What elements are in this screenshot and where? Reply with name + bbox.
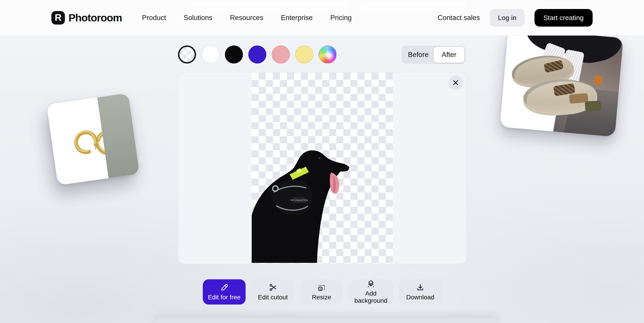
nav-item-product[interactable]: Product <box>142 14 166 22</box>
nav-item-resources[interactable]: Resources <box>230 14 263 22</box>
header-actions: Contact sales Log in Start creating <box>438 0 592 35</box>
download-button[interactable]: Download <box>399 279 442 305</box>
nav-item-enterprise[interactable]: Enterprise <box>281 14 313 22</box>
start-creating-button[interactable]: Start creating <box>534 9 592 26</box>
edit-for-free-button[interactable]: Edit for free <box>203 279 246 305</box>
edit-cutout-button[interactable]: Edit cutout <box>252 279 294 305</box>
nav-item-pricing[interactable]: Pricing <box>330 14 352 22</box>
sneaker-patch <box>585 101 602 111</box>
swatch-black[interactable] <box>225 45 243 63</box>
next-section-edge <box>156 318 498 323</box>
before-after-toggle: Before After <box>402 46 466 64</box>
add-background-button[interactable]: Add background <box>349 279 393 305</box>
sample-image-sneakers-card <box>500 28 623 137</box>
sample-image-earrings-card <box>47 93 140 185</box>
download-icon <box>416 283 424 292</box>
brand-wordmark: Photoroom <box>68 11 122 24</box>
swatch-transparent[interactable] <box>178 45 196 63</box>
transparency-checker-area: PET COLLECTION <box>252 73 393 264</box>
resize-button[interactable]: Resize <box>300 279 343 305</box>
close-icon <box>452 79 459 86</box>
toggle-after[interactable]: After <box>434 47 465 63</box>
top-navbar: R Photoroom Product Solutions Resources … <box>0 0 644 35</box>
swatch-purple[interactable] <box>248 45 266 63</box>
harness-label-text: PET COLLECTION <box>290 199 308 201</box>
canvas-action-bar: Edit for free Edit cutout Resize Add bac… <box>203 279 442 305</box>
toggle-before[interactable]: Before <box>403 47 434 63</box>
swatch-rainbow[interactable] <box>318 45 337 63</box>
swatch-yellow[interactable] <box>295 45 313 63</box>
contact-sales-link[interactable]: Contact sales <box>438 14 480 22</box>
scissors-icon <box>268 283 277 292</box>
swatch-pink[interactable] <box>272 45 290 63</box>
main-nav: Product Solutions Resources Enterprise P… <box>142 0 352 35</box>
cutout-dog-image: PET COLLECTION <box>252 149 374 263</box>
pencil-icon <box>220 283 228 292</box>
background-color-swatches <box>178 45 337 63</box>
close-canvas-button[interactable] <box>448 75 463 90</box>
swatch-white[interactable] <box>202 45 220 63</box>
layers-sparkle-icon <box>366 280 375 288</box>
photoroom-logo[interactable]: R Photoroom <box>52 0 122 35</box>
login-button[interactable]: Log in <box>490 9 524 26</box>
editor-canvas: PET COLLECTION <box>178 72 466 264</box>
nav-item-solutions[interactable]: Solutions <box>184 14 212 22</box>
photoroom-logo-icon: R <box>52 11 65 24</box>
resize-icon <box>317 283 326 292</box>
